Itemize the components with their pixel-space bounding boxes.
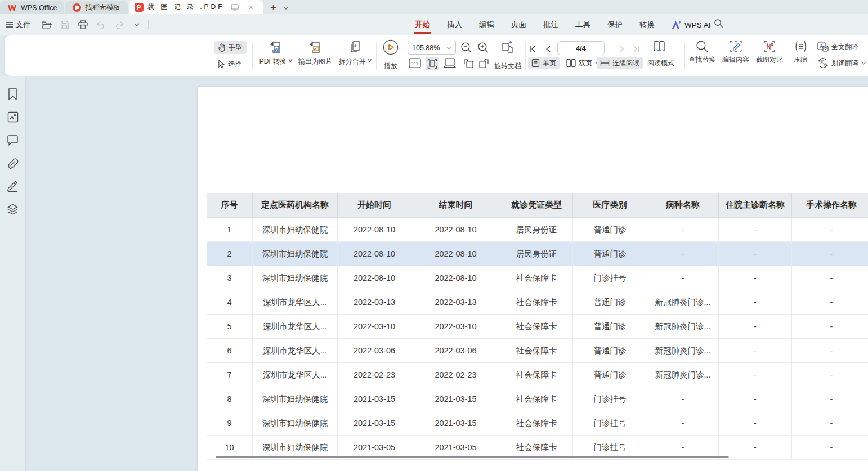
- page-number-input[interactable]: [557, 41, 605, 55]
- menu-annotate[interactable]: 批注: [543, 14, 558, 35]
- split-merge-icon: [348, 40, 362, 55]
- table-cell: -: [719, 315, 792, 338]
- docer-logo-icon: [73, 3, 81, 12]
- table-cell: 深圳市龙华区人...: [253, 339, 338, 362]
- continuous-reading-button[interactable]: 连续阅读: [597, 57, 643, 69]
- zoom-in-button[interactable]: [477, 42, 489, 53]
- tab-document-pdf[interactable]: P 就 医 记 录 .PDF ×: [129, 0, 263, 14]
- rotate-right-button[interactable]: [478, 58, 490, 69]
- word-translate-icon: 文A: [817, 58, 829, 68]
- read-mode-icon[interactable]: [652, 39, 666, 53]
- table-cell: 门诊挂号: [573, 387, 647, 411]
- table-header-row: 序号定点医药机构名称开始时间结束时间就诊凭证类型医疗类别病种名称住院主诊断名称手…: [207, 193, 868, 218]
- zoom-level-combobox[interactable]: 105.88%: [408, 41, 456, 55]
- next-page-button[interactable]: [616, 43, 627, 55]
- open-file-icon[interactable]: [40, 18, 53, 32]
- actual-size-button[interactable]: 1:1: [409, 58, 421, 68]
- menu-convert[interactable]: 转换: [639, 14, 655, 35]
- table-cell: 1: [207, 218, 253, 241]
- rotate-document-label[interactable]: 旋转文档: [494, 61, 521, 71]
- print-icon[interactable]: [76, 18, 90, 32]
- menu-edit[interactable]: 编辑: [479, 14, 494, 35]
- pdf-convert-button[interactable]: W PDF转换 ˅: [254, 40, 297, 66]
- menu-search-icon[interactable]: [714, 19, 723, 28]
- table-cell: -: [719, 363, 792, 387]
- single-page-button[interactable]: 单页: [528, 57, 560, 69]
- file-menu[interactable]: 文件: [6, 20, 30, 30]
- table-cell: -: [719, 218, 792, 241]
- page-thumbnails-icon[interactable]: [6, 110, 20, 124]
- table-row: 3深圳市妇幼保健院2022-08-102022-08-10社会保障卡门诊挂号--…: [207, 266, 868, 290]
- fit-width-button[interactable]: [444, 58, 456, 68]
- split-merge-button[interactable]: 拆分合并 ˅: [335, 40, 375, 66]
- signature-icon[interactable]: [6, 180, 20, 193]
- hamburger-icon: [6, 22, 13, 28]
- table-cell: 深圳市妇幼保健院: [253, 411, 338, 435]
- table-cell: 社会保障卡: [500, 290, 573, 314]
- table-row: 5深圳市龙华区人...2022-03-102022-03-10社会保障卡普通门诊…: [207, 315, 868, 339]
- table-cell: 新冠肺炎门诊...: [647, 339, 719, 362]
- screenshot-compare-button[interactable]: 截图对比: [754, 40, 785, 65]
- column-header: 住院主诊断名称: [719, 193, 792, 217]
- document-canvas[interactable]: 序号定点医药机构名称开始时间结束时间就诊凭证类型医疗类别病种名称住院主诊断名称手…: [26, 76, 868, 471]
- tab-list-chevron-icon[interactable]: [280, 2, 292, 14]
- table-cell: 深圳市妇幼保健院: [253, 266, 338, 290]
- present-to-screen-icon[interactable]: [229, 1, 241, 14]
- quickbar-chevron-icon[interactable]: [130, 18, 144, 32]
- last-page-button[interactable]: [630, 43, 642, 55]
- table-cell: 普通门诊: [573, 315, 647, 338]
- chevron-down-icon: [446, 46, 451, 50]
- layers-icon[interactable]: [6, 203, 20, 216]
- tab-docer-templates[interactable]: 找稻壳模板: [65, 1, 128, 14]
- table-cell: -: [792, 436, 868, 459]
- play-button[interactable]: [383, 39, 399, 55]
- rotate-left-button[interactable]: [463, 58, 474, 69]
- find-replace-button[interactable]: 查找替换: [687, 40, 717, 65]
- select-tool-button[interactable]: 选择: [214, 57, 247, 70]
- comments-icon[interactable]: [6, 133, 20, 147]
- first-page-button[interactable]: [527, 43, 538, 55]
- new-tab-button[interactable]: +: [267, 2, 280, 14]
- table-row: 1深圳市妇幼保健院2022-08-102022-08-10居民身份证普通门诊--…: [207, 218, 868, 242]
- table-cell: 2022-08-10: [338, 266, 411, 290]
- menu-insert[interactable]: 插入: [447, 14, 462, 35]
- full-text-translate-button[interactable]: A 全文翻译: [814, 41, 862, 53]
- compress-icon: [794, 40, 808, 53]
- edit-content-button[interactable]: 编辑内容: [721, 40, 751, 65]
- bookmark-icon[interactable]: [6, 87, 20, 101]
- attachments-icon[interactable]: [6, 156, 20, 170]
- word-translate-button[interactable]: 文A 划词翻译: [814, 57, 868, 69]
- menu-tools[interactable]: 工具: [575, 14, 590, 35]
- pdf-page: 序号定点医药机构名称开始时间结束时间就诊凭证类型医疗类别病种名称住院主诊断名称手…: [198, 87, 868, 471]
- table-cell: 居民身份证: [500, 218, 573, 241]
- undo-icon[interactable]: [94, 18, 108, 32]
- rotate-document-icon[interactable]: [500, 40, 515, 55]
- redo-icon[interactable]: [112, 18, 126, 32]
- menu-home[interactable]: 开始: [415, 14, 430, 35]
- fit-page-button[interactable]: [426, 57, 439, 70]
- table-cell: -: [719, 290, 792, 314]
- table-cell: -: [647, 411, 719, 435]
- read-mode-button[interactable]: 阅读模式: [644, 57, 678, 69]
- table-cell: 2022-03-10: [411, 315, 500, 338]
- table-cell: 2021-03-15: [411, 411, 500, 435]
- table-cell: 2022-03-13: [411, 290, 500, 314]
- table-cell: 普通门诊: [573, 290, 647, 314]
- cursor-icon: [218, 60, 225, 68]
- hand-tool-button[interactable]: 手型: [214, 41, 247, 54]
- compress-button[interactable]: 压缩: [789, 40, 812, 65]
- table-cell: 2022-08-10: [411, 242, 500, 266]
- find-replace-icon: [696, 40, 709, 53]
- zoom-out-button[interactable]: [460, 42, 472, 53]
- table-cell: 深圳市妇幼保健院: [253, 436, 338, 459]
- tab-wps-office[interactable]: WPS Office: [0, 1, 64, 14]
- close-tab-icon[interactable]: ×: [245, 1, 257, 14]
- export-as-image-button[interactable]: 输出为图片: [295, 40, 335, 66]
- save-icon[interactable]: [58, 18, 71, 32]
- previous-page-button[interactable]: [542, 43, 553, 55]
- menu-page[interactable]: 页面: [511, 14, 526, 35]
- column-header: 病种名称: [647, 193, 719, 217]
- menu-protect[interactable]: 保护: [607, 14, 623, 35]
- wps-logo-icon: [7, 4, 17, 12]
- wps-ai-button[interactable]: WPS AI: [672, 14, 711, 35]
